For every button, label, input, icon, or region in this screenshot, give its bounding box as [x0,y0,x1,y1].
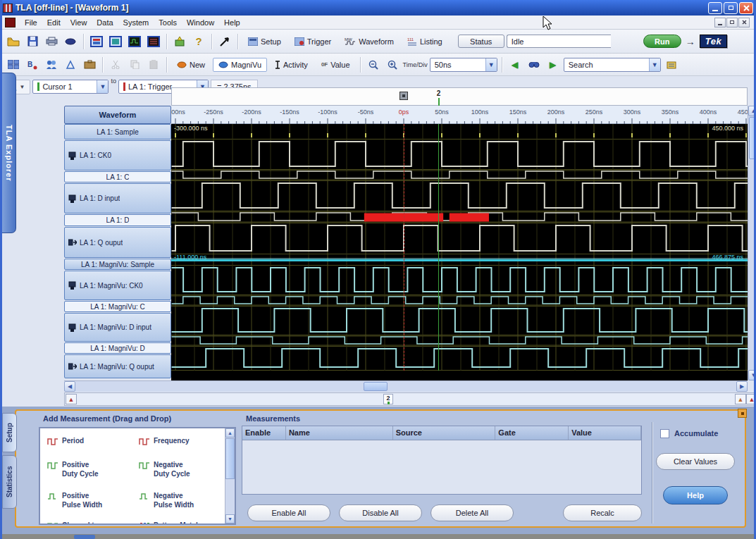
minimize-button[interactable] [708,2,722,14]
magnivu-button[interactable]: MagniVu [213,58,267,72]
waveform-lane-7[interactable] [171,266,748,295]
search-next-button[interactable]: ▶ [545,56,562,73]
system-button[interactable] [171,33,188,50]
value-button[interactable]: 0F Value [316,58,356,72]
vertical-scroll-thumb[interactable] [749,117,756,159]
horizontal-scroll-thumb[interactable] [364,382,388,391]
measurement-item-positive-duty-cycle[interactable]: PositiveDuty Cycle [47,461,135,478]
search-prev-button[interactable]: ◀ [507,56,523,73]
drawing-tool-button[interactable] [62,56,79,73]
list-scrollbar[interactable]: ▲ ▼ [225,428,235,523]
cursor2-line[interactable] [438,124,439,371]
menu-file[interactable]: File [20,17,42,28]
waveform-lane-1[interactable] [171,140,748,170]
run-button[interactable]: Run [643,35,681,48]
copy-button[interactable] [126,56,143,73]
measurement-item-negative-duty-cycle[interactable]: NegativeDuty Cycle [139,461,227,478]
measurements-table[interactable]: EnableNameSourceGateValue [242,426,642,495]
delete-all-button[interactable]: Delete All [430,504,514,521]
waveform-lane-11[interactable] [171,347,748,371]
accumulate-checkbox[interactable] [660,429,669,438]
waveform-label-6[interactable]: LA 1: MagniVu: Sample [64,259,171,270]
trigger-cursor-line[interactable] [404,124,404,371]
recalc-button[interactable]: Recalc [563,504,642,521]
status-button[interactable]: Status [458,35,504,48]
menu-view[interactable]: View [66,17,92,28]
open-button[interactable] [5,33,22,50]
measurement-item-pattern-match[interactable]: Pattern Match [139,521,227,525]
measurement-item-frequency[interactable]: Frequency [139,437,227,450]
clear-values-button[interactable]: Clear Values [656,453,735,470]
waveform-button[interactable]: MW Waveform [339,34,399,49]
group-button[interactable] [43,56,60,73]
activity-button[interactable]: Activity [269,58,314,72]
document-icon[interactable] [5,18,16,27]
find-button[interactable] [526,56,543,73]
horizontal-scrollbar[interactable]: ◀ ▶ [64,380,748,392]
listing-window-button[interactable] [145,33,162,50]
menu-data[interactable]: Data [92,17,118,28]
folder-options-button[interactable] [81,56,98,73]
cut-button[interactable] [107,56,124,73]
column-header-value[interactable]: Value [569,426,641,440]
zoom-in-button[interactable] [384,56,401,73]
waveform-lane-5[interactable] [171,223,748,254]
chevron-down-icon[interactable]: ▼ [649,58,660,71]
time-ruler[interactable]: -300ns-250ns-200ns-150ns-100ns-50ns0ps50… [171,106,748,124]
zoom-out-button[interactable] [365,56,382,73]
waveform-lane-4[interactable] [171,211,748,223]
left-position-marker[interactable]: ▲ [66,394,77,404]
marker-strip[interactable]: 2 [171,87,748,106]
search-combo[interactable]: Search ▼ [564,58,661,72]
menu-window[interactable]: Window [182,17,219,28]
waveform-label-8[interactable]: LA 1: MagniVu: C [64,301,171,312]
measurement-item-period[interactable]: Period [47,437,135,450]
tab-setup[interactable]: Setup [2,413,17,452]
waveform-lane-10[interactable] [171,335,748,347]
waveform-label-5[interactable]: LA 1: Q ouput [64,227,171,258]
disable-all-button[interactable]: Disable All [339,504,422,521]
menu-help[interactable]: Help [219,17,245,28]
vertical-scrollbar[interactable]: ▲ ▼ [748,106,756,380]
cursor2-position-flag[interactable]: 2 [383,394,393,404]
probe-setup-button[interactable]: B [24,56,41,73]
enable-all-button[interactable]: Enable All [247,504,330,521]
waveform-label-9[interactable]: LA 1: MagniVu: D input [64,313,171,342]
waveform-label-7[interactable]: LA 1: MagniVu: CK0 [64,271,171,300]
waveform-lane-8[interactable] [171,295,748,306]
waveform-lane-3[interactable] [171,181,748,211]
menu-edit[interactable]: Edit [42,17,66,28]
scroll-right-button[interactable]: ▶ [736,381,748,392]
chevron-down-icon[interactable]: ▼ [485,58,497,71]
save-button[interactable] [24,33,41,50]
chevron-down-icon[interactable]: ▼ [97,80,108,93]
measurement-item-positive-pulse-width[interactable]: PositivePulse Width [47,492,135,509]
scroll-left-button[interactable]: ◀ [64,381,75,392]
panel-collapse-button[interactable] [738,409,747,418]
waveform-lane-9[interactable] [171,306,748,335]
menu-tools[interactable]: Tools [154,17,182,28]
tla-explorer-tab[interactable]: TLA Explorer [2,73,16,233]
trigger-marker[interactable] [399,92,408,100]
list-scroll-down-button[interactable]: ▼ [225,514,235,523]
waveform-canvas[interactable]: -300.000 ns450.000 ns-111.000 ns466.875 … [171,124,748,380]
paste-button[interactable] [145,56,162,73]
trigger-button[interactable]: Trigger [289,35,337,49]
waveform-column-header[interactable]: Waveform [64,106,171,124]
help-button[interactable]: Help [663,486,728,504]
add-measurement-list[interactable]: Pattern MatchChannel toChannel DelayNega… [39,427,236,525]
column-header-name[interactable]: Name [286,426,393,440]
waveform-lane-6[interactable]: -111.000 ns466.875 ns [171,254,748,266]
waveform-label-11[interactable]: LA 1: MagniVu: Q ouput [64,354,171,378]
print-button[interactable] [43,33,60,50]
column-header-source[interactable]: Source [393,426,496,440]
search-options-button[interactable] [663,56,680,73]
menu-system[interactable]: System [118,17,154,28]
mdi-close-button[interactable] [738,18,750,27]
tile-windows-button[interactable] [5,56,22,73]
mdi-minimize-button[interactable] [714,18,726,27]
waveform-label-3[interactable]: LA 1: D input [64,183,171,213]
position-indicator-track[interactable]: ▲ 2 ▲ ▲ [64,392,756,406]
help-button-toolbar[interactable]: ? [190,33,207,50]
waveform-lane-2[interactable] [171,170,748,181]
